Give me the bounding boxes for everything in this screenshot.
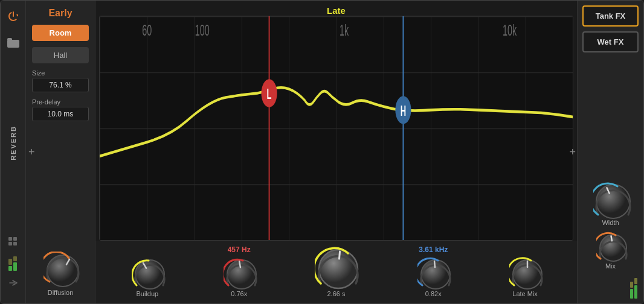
- size-label: Size: [32, 69, 89, 77]
- svg-text:10k: 10k: [503, 22, 517, 39]
- width-knob[interactable]: [593, 182, 628, 217]
- lowshelf-group: 457 Hz 0.76x: [224, 245, 255, 297]
- predelay-label: Pre-delay: [32, 98, 89, 106]
- buildup-group: Buildup: [132, 256, 163, 297]
- mix-knob[interactable]: [596, 231, 625, 260]
- frequency-display: 60 100 1k 10k L H: [99, 16, 573, 241]
- predelay-value[interactable]: 10.0 ms: [32, 107, 89, 121]
- highshelf-group: 3.61 kHz 0.82x: [417, 245, 449, 297]
- arrow-icon[interactable]: [6, 276, 21, 290]
- svg-text:H: H: [401, 103, 406, 119]
- folder-icon[interactable]: [5, 34, 22, 51]
- right-level-meter: [630, 274, 639, 299]
- plus-right-button[interactable]: +: [569, 146, 576, 159]
- svg-rect-7: [13, 242, 17, 245]
- power-button[interactable]: [5, 8, 22, 25]
- sidebar-bottom: [6, 235, 21, 296]
- lowshelf-knob[interactable]: [224, 256, 255, 288]
- svg-point-12: [47, 255, 79, 287]
- svg-text:60: 60: [142, 22, 152, 39]
- svg-text:L: L: [267, 86, 272, 102]
- freq-red-tag: 457 Hz: [228, 245, 251, 254]
- predelay-section: Pre-delay 10.0 ms: [32, 98, 89, 121]
- svg-rect-9: [13, 262, 17, 271]
- diffusion-knob[interactable]: [43, 252, 77, 285]
- early-title: Early: [32, 8, 89, 19]
- svg-rect-43: [630, 289, 633, 299]
- svg-rect-6: [8, 242, 12, 245]
- svg-text:1k: 1k: [340, 22, 349, 39]
- main-area: Late 60 100 1k 1: [95, 1, 577, 303]
- size-section: Size 76.1 %: [32, 69, 89, 92]
- mix-group: Mix: [596, 231, 625, 270]
- svg-line-36: [434, 261, 435, 267]
- svg-rect-45: [630, 282, 633, 288]
- wetfx-button[interactable]: Wet FX: [582, 31, 639, 52]
- grid-icon[interactable]: [6, 235, 21, 249]
- svg-rect-3: [7, 38, 12, 41]
- svg-rect-18: [100, 16, 573, 240]
- svg-line-42: [611, 236, 611, 241]
- hall-button[interactable]: Hall: [32, 47, 89, 63]
- decay-group: 2.66 s: [315, 245, 357, 297]
- svg-text:100: 100: [195, 22, 210, 39]
- size-value[interactable]: 76.1 %: [32, 78, 89, 92]
- buildup-knob[interactable]: [132, 256, 163, 288]
- early-panel: Early Room Hall Size 76.1 % Pre-delay 10…: [26, 1, 95, 303]
- plugin-container: REVERB: [0, 0, 644, 304]
- tankfx-button[interactable]: Tank FX: [582, 5, 639, 27]
- latemix-group: Late Mix: [509, 256, 541, 297]
- level-meter-icon: [6, 255, 21, 270]
- svg-point-41: [600, 235, 626, 261]
- svg-rect-8: [8, 266, 12, 271]
- right-panel: Tank FX Wet FX Width: [577, 1, 643, 303]
- freq-blue-tag: 3.61 kHz: [419, 245, 448, 254]
- diffusion-area: Diffusion: [32, 252, 89, 296]
- svg-rect-46: [634, 278, 637, 284]
- left-sidebar: REVERB: [1, 1, 26, 303]
- width-group: Width: [593, 182, 628, 226]
- svg-rect-44: [634, 285, 637, 299]
- latemix-knob[interactable]: [509, 256, 541, 288]
- svg-line-34: [340, 252, 340, 259]
- room-button[interactable]: Room: [32, 25, 89, 41]
- bottom-knobs-row: Buildup 457 Hz 0.76x: [95, 241, 577, 303]
- plus-left-button[interactable]: +: [28, 146, 35, 159]
- plugin-label: REVERB: [10, 125, 17, 160]
- svg-line-32: [239, 261, 240, 267]
- svg-rect-5: [13, 237, 17, 241]
- late-header: Late: [95, 1, 577, 16]
- highshelf-knob[interactable]: [417, 256, 449, 288]
- decay-knob[interactable]: [315, 245, 357, 288]
- svg-rect-10: [8, 259, 12, 265]
- svg-rect-4: [8, 237, 12, 241]
- svg-rect-11: [13, 256, 17, 261]
